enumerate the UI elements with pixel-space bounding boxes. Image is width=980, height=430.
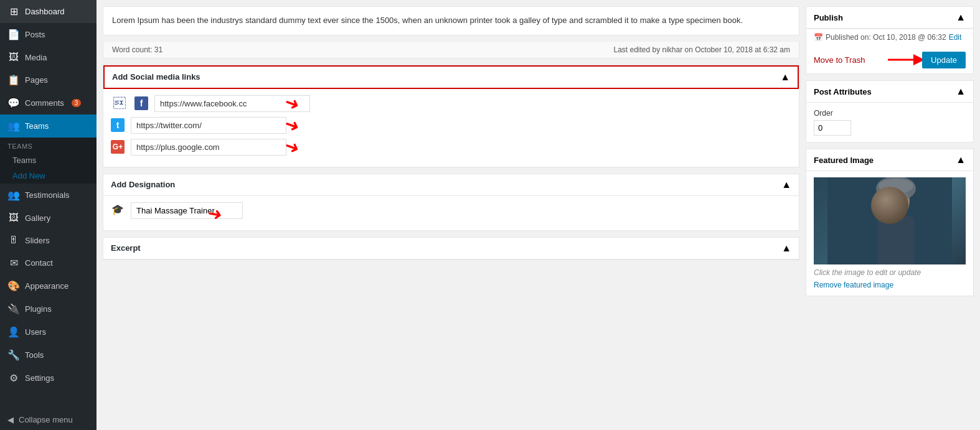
twitter-row: t ➜ xyxy=(111,117,791,134)
featured-image-thumbnail[interactable] xyxy=(814,177,966,264)
sidebar-item-users[interactable]: 👤 Users xyxy=(0,320,97,344)
teams-icon: 👥 xyxy=(7,120,20,132)
designation-input[interactable] xyxy=(131,202,243,219)
collapse-designation-icon[interactable]: ▲ xyxy=(781,179,791,190)
published-text: Published on: Oct 10, 2018 @ 06:32 xyxy=(826,33,946,42)
sidebar-item-contact[interactable]: ✉ Contact xyxy=(0,251,97,274)
excerpt-header[interactable]: Excerpt ▲ xyxy=(103,238,799,259)
right-sidebar: Publish ▲ 📅 Published on: Oct 10, 2018 @… xyxy=(806,6,974,424)
gallery-icon: 🖼 xyxy=(7,212,20,223)
sidebar-item-sliders[interactable]: 🎚 Sliders xyxy=(0,229,97,251)
twitter-input[interactable] xyxy=(131,117,286,134)
submenu-teams[interactable]: Teams xyxy=(0,152,97,168)
sidebar-item-comments[interactable]: 💬 Comments 3 xyxy=(0,91,97,115)
edit-publish-link[interactable]: Edit xyxy=(949,33,962,42)
order-label: Order xyxy=(814,109,966,118)
svg-point-5 xyxy=(876,177,916,201)
testimonials-icon: 👥 xyxy=(7,189,20,201)
users-icon: 👤 xyxy=(7,326,20,338)
published-info: 📅 Published on: Oct 10, 2018 @ 06:32 Edi… xyxy=(806,29,973,47)
sidebar-item-posts[interactable]: 📄 Posts xyxy=(0,23,97,46)
designation-header[interactable]: Add Designation ▲ xyxy=(103,174,799,196)
collapse-icon: ◀ xyxy=(7,415,14,424)
order-input[interactable] xyxy=(814,120,851,136)
posts-icon: 📄 xyxy=(7,29,20,40)
comments-badge: 3 xyxy=(72,99,82,107)
publish-panel-header: Publish ▲ xyxy=(806,7,973,29)
sidebar-item-label: Gallery xyxy=(25,213,50,223)
word-count-bar: Word count: 31 Last edited by nikhar on … xyxy=(103,42,799,58)
move-to-trash-link[interactable]: Move to Trash xyxy=(814,55,865,65)
post-attributes-title: Post Attributes xyxy=(814,87,872,96)
publish-title: Publish xyxy=(814,13,843,22)
update-arrow-svg xyxy=(888,50,925,69)
svg-point-6 xyxy=(879,179,913,194)
sidebar-item-plugins[interactable]: 🔌 Plugins xyxy=(0,297,97,320)
facebook-row:  f ➜ xyxy=(111,95,791,112)
facebook-icon:  xyxy=(111,96,128,111)
body-text: Lorem Ipsum has been the industrys stand… xyxy=(112,14,790,27)
sidebar: ⊞ Dashboard 📄 Posts 🖼 Media 📋 Pages 💬 Co… xyxy=(0,0,97,430)
collapse-label: Collapse menu xyxy=(19,415,73,424)
sidebar-item-teams[interactable]: 👥 Teams ◀ xyxy=(0,115,97,138)
sidebar-item-testimonials[interactable]: 👥 Testimonials xyxy=(0,184,97,207)
word-count: Word count: 31 xyxy=(112,45,163,54)
tools-icon: 🔧 xyxy=(7,349,20,361)
remove-featured-image-link[interactable]: Remove featured image xyxy=(814,281,966,289)
toggle-post-attr-icon[interactable]: ▲ xyxy=(956,86,966,97)
sidebar-item-label: Teams xyxy=(25,121,49,131)
googleplus-input[interactable] xyxy=(131,139,286,156)
post-attributes-content: Order xyxy=(806,103,973,142)
featured-image-title: Featured Image xyxy=(814,156,874,165)
svg-point-8 xyxy=(890,198,894,202)
sidebar-item-label: Plugins xyxy=(25,304,52,314)
toggle-featured-icon[interactable]: ▲ xyxy=(956,154,966,166)
sidebar-arrow-icon: ◀ xyxy=(85,119,94,133)
publish-panel: Publish ▲ 📅 Published on: Oct 10, 2018 @… xyxy=(806,6,974,74)
featured-image-panel: Featured Image ▲ xyxy=(806,149,974,296)
designation-arrow: ➜ xyxy=(205,202,223,225)
update-btn-container: Update xyxy=(922,52,966,68)
featured-image-svg xyxy=(814,177,966,264)
publish-actions-row: Move to Trash Update xyxy=(806,47,973,73)
update-button[interactable]: Update xyxy=(922,52,966,68)
sliders-icon: 🎚 xyxy=(7,235,20,246)
calendar-icon: 📅 xyxy=(814,33,823,42)
collapse-social-icon[interactable]: ▲ xyxy=(780,72,790,83)
teams-submenu: Teams Teams Add New xyxy=(0,138,97,184)
twitter-brand-icon: t xyxy=(111,118,125,132)
social-links-title: Add Social media links xyxy=(112,72,200,82)
sidebar-item-label: Contact xyxy=(25,258,53,268)
submenu-header: Teams xyxy=(0,138,97,152)
appearance-icon: 🎨 xyxy=(7,280,20,292)
svg-point-9 xyxy=(898,198,902,202)
sidebar-item-media[interactable]: 🖼 Media xyxy=(0,46,97,68)
sidebar-item-gallery[interactable]: 🖼 Gallery xyxy=(0,207,97,229)
sidebar-item-settings[interactable]: ⚙ Settings xyxy=(0,367,97,390)
featured-image-header: Featured Image ▲ xyxy=(806,149,973,171)
last-edited: Last edited by nikhar on October 10, 201… xyxy=(613,45,790,54)
sidebar-item-label: Comments xyxy=(25,98,64,108)
toggle-publish-icon[interactable]: ▲ xyxy=(956,12,966,23)
designation-title: Add Designation xyxy=(111,180,175,189)
svg-point-4 xyxy=(882,185,910,217)
svg-rect-3 xyxy=(827,177,952,264)
contact-icon: ✉ xyxy=(7,257,20,269)
collapse-excerpt-icon[interactable]: ▲ xyxy=(781,243,791,254)
svg-rect-7 xyxy=(877,216,915,264)
editor-column: Lorem Ipsum has been the industrys stand… xyxy=(103,6,799,424)
submenu-add-new[interactable]: Add New xyxy=(0,168,97,184)
sidebar-item-dashboard[interactable]: ⊞ Dashboard xyxy=(0,0,97,23)
sidebar-item-appearance[interactable]: 🎨 Appearance xyxy=(0,274,97,297)
social-links-header[interactable]: Add Social media links ▲ xyxy=(103,65,799,89)
designation-icon: 🎓 xyxy=(111,203,125,217)
dashboard-icon: ⊞ xyxy=(7,6,20,17)
social-links-metabox: Add Social media links ▲  f ➜ t xyxy=(103,65,799,167)
designation-metabox: Add Designation ▲ 🎓 ➜ xyxy=(103,174,799,231)
main-content: Lorem Ipsum has been the industrys stand… xyxy=(97,0,980,430)
sidebar-item-pages[interactable]: 📋 Pages xyxy=(0,68,97,91)
sidebar-item-tools[interactable]: 🔧 Tools xyxy=(0,344,97,367)
comments-icon: 💬 xyxy=(7,97,20,109)
sidebar-item-label: Tools xyxy=(25,350,44,360)
collapse-menu[interactable]: ◀ Collapse menu xyxy=(0,409,97,430)
